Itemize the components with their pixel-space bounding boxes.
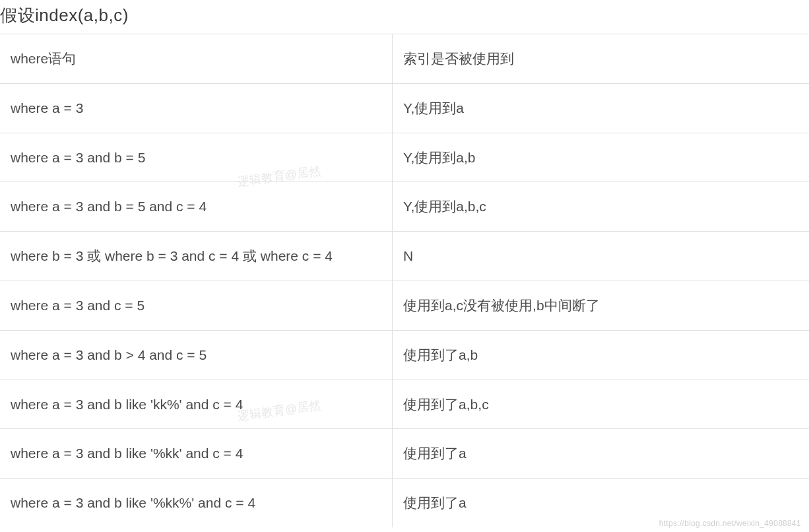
cell-index: N	[393, 232, 809, 281]
cell-where: where a = 3 and b = 5	[0, 133, 393, 182]
index-usage-table: where语句 索引是否被使用到 where a = 3 Y,使用到a wher…	[0, 34, 809, 527]
table-row: where a = 3 and c = 5 使用到a,c没有被使用,b中间断了	[0, 281, 809, 330]
header-where-clause: where语句	[0, 34, 393, 84]
cell-where: where b = 3 或 where b = 3 and c = 4 或 wh…	[0, 232, 393, 281]
page-title: 假设index(a,b,c)	[0, 0, 809, 34]
cell-index: 使用到了a	[393, 429, 809, 479]
cell-where: where a = 3 and b > 4 and c = 5	[0, 330, 393, 380]
table-row: where a = 3 and b = 5 and c = 4 Y,使用到a,b…	[0, 182, 809, 232]
cell-where: where a = 3 and b = 5 and c = 4	[0, 182, 393, 232]
cell-index: Y,使用到a,b,c	[393, 182, 809, 232]
cell-where: where a = 3 and b like 'kk%' and c = 4	[0, 380, 393, 429]
table-row: where a = 3 Y,使用到a	[0, 83, 809, 133]
cell-where: where a = 3 and b like '%kk%' and c = 4	[0, 479, 393, 527]
cell-where: where a = 3 and b like '%kk' and c = 4	[0, 429, 393, 479]
cell-index: 使用到了a,b	[393, 330, 809, 380]
cell-index: Y,使用到a	[393, 83, 809, 133]
cell-index: Y,使用到a,b	[393, 133, 809, 182]
source-watermark: https://blog.csdn.net/weixin_49088841	[659, 519, 801, 528]
cell-index: 使用到了a,b,c	[393, 380, 809, 429]
table-row: where a = 3 and b > 4 and c = 5 使用到了a,b	[0, 330, 809, 380]
cell-where: where a = 3 and c = 5	[0, 281, 393, 330]
table-row: where a = 3 and b = 5 Y,使用到a,b	[0, 133, 809, 182]
table-row: where a = 3 and b like '%kk' and c = 4 使…	[0, 429, 809, 479]
table-header-row: where语句 索引是否被使用到	[0, 34, 809, 84]
cell-index: 使用到a,c没有被使用,b中间断了	[393, 281, 809, 330]
cell-where: where a = 3	[0, 83, 393, 133]
table-row: where a = 3 and b like 'kk%' and c = 4 使…	[0, 380, 809, 429]
header-index-used: 索引是否被使用到	[393, 34, 809, 84]
table-row: where b = 3 或 where b = 3 and c = 4 或 wh…	[0, 232, 809, 281]
